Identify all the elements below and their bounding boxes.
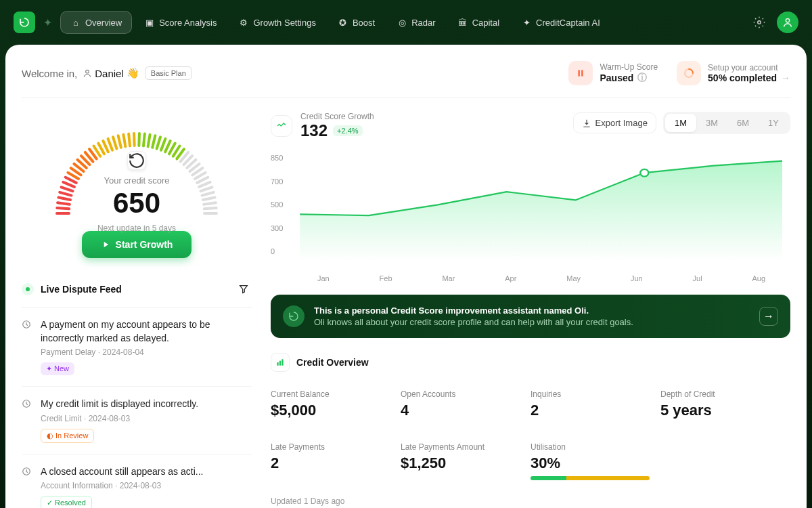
logo[interactable]	[14, 12, 35, 33]
filter-button[interactable]	[235, 281, 252, 297]
ov-label: Depth of Credit	[660, 389, 780, 399]
setup-value: 50% completed	[708, 72, 777, 83]
warm-up-value: Paused	[600, 72, 633, 83]
start-growth-button[interactable]: Start Growth	[82, 231, 192, 258]
nav-label: Radar	[411, 18, 435, 28]
svg-line-33	[152, 135, 155, 148]
nav-score-analysis[interactable]: ▣Score Analysis	[135, 12, 226, 33]
y-tick: 700	[271, 177, 283, 186]
time-tab-6m[interactable]: 6M	[727, 114, 759, 132]
x-tick: Jan	[317, 274, 330, 282]
pause-icon	[568, 61, 593, 85]
y-tick: 0	[271, 247, 283, 255]
x-tick: Aug	[752, 274, 765, 282]
ov-value: $1,250	[401, 454, 520, 472]
svg-point-2	[86, 70, 89, 73]
svg-rect-4	[582, 70, 583, 76]
gauge-update-text: Next update in 5 days	[49, 224, 225, 233]
nav-capital[interactable]: 🏛Capital	[448, 12, 509, 33]
sparkle-icon: ✦	[43, 16, 52, 29]
feed-item[interactable]: A closed account still appears as acti..…	[22, 454, 252, 508]
feed-title: Live Dispute Feed	[41, 284, 122, 295]
main-card: Welcome in, Daniel 👋 Basic Plan Warm-Up …	[5, 45, 807, 508]
nav-overview[interactable]: ⌂Overview	[60, 11, 132, 34]
svg-point-57	[640, 169, 648, 177]
growth-chart: 8507005003000 JanFebMarAprMayJunJulAug	[271, 154, 790, 282]
setup-status[interactable]: Setup your account 50% completed →	[677, 61, 790, 85]
utilisation-bar	[531, 476, 650, 480]
setup-label: Setup your account	[708, 63, 790, 72]
gauge-label: Your credit score	[49, 175, 225, 186]
nav-icon: ◎	[397, 17, 407, 28]
oli-title: This is a personal Credit Score improvem…	[314, 305, 750, 316]
oli-arrow-button[interactable]: →	[759, 307, 778, 326]
progress-icon	[677, 61, 701, 85]
nav-label: Overview	[85, 18, 122, 28]
feed-item-icon	[22, 465, 34, 508]
ov-value: 4	[401, 402, 520, 419]
credit-score-gauge: Your credit score 650 Next update in 5 d…	[22, 112, 252, 272]
oli-banner[interactable]: This is a personal Credit Score improvem…	[271, 295, 790, 338]
feed-item[interactable]: My credit limit is displayed incorrectly…	[22, 387, 252, 454]
oli-avatar-icon	[283, 305, 304, 327]
ov-value: 2	[271, 454, 390, 472]
growth-delta: +2.4%	[333, 125, 363, 136]
overview-item: Open Accounts4	[401, 383, 531, 426]
settings-button[interactable]	[748, 12, 770, 33]
overview-item: Current Balance$5,000	[271, 383, 401, 426]
time-tab-1m[interactable]: 1M	[665, 114, 696, 132]
y-tick: 850	[271, 154, 283, 162]
svg-line-25	[113, 137, 116, 148]
svg-line-36	[165, 141, 171, 152]
nav-creditcaptain-ai[interactable]: ✦CreditCaptain AI	[512, 12, 610, 33]
play-icon	[101, 240, 110, 249]
nav-boost[interactable]: ✪Boost	[328, 12, 384, 33]
x-tick: Jul	[693, 274, 702, 282]
growth-label: Credit Score Growth	[300, 112, 374, 121]
svg-rect-58	[277, 362, 278, 366]
ov-label: Inquiries	[531, 389, 650, 399]
svg-rect-59	[279, 361, 281, 366]
svg-line-26	[118, 135, 121, 148]
info-icon: ⓘ	[637, 72, 647, 84]
svg-line-30	[139, 133, 139, 146]
ov-label: Current Balance	[271, 389, 390, 399]
x-tick: Feb	[380, 274, 392, 282]
export-image-button[interactable]: Export Image	[573, 112, 656, 133]
ov-label: Late Payments Amount	[401, 442, 520, 452]
welcome: Welcome in, Daniel 👋 Basic Plan	[22, 66, 192, 80]
overview-item: Late Payments Amount$1,250	[401, 436, 531, 487]
overview-title: Credit Overview	[296, 357, 369, 368]
svg-line-32	[148, 135, 150, 147]
ov-value: 2	[531, 402, 650, 419]
svg-line-23	[103, 141, 108, 152]
overview-item: Late Payments2	[271, 436, 401, 487]
avatar-button[interactable]	[777, 12, 798, 33]
user-name: Daniel 👋	[83, 67, 139, 79]
growth-icon	[271, 115, 292, 137]
overview-item: Inquiries2	[531, 383, 660, 426]
nav-growth-settings[interactable]: ⚙Growth Settings	[229, 12, 325, 33]
oli-subtitle: Oli knows all about your credit score pr…	[314, 317, 750, 327]
svg-line-31	[143, 134, 145, 146]
ov-label: Utilisation	[531, 442, 650, 452]
chart-bar-icon	[271, 353, 290, 372]
arrow-right-icon: →	[781, 72, 790, 83]
time-tab-1y[interactable]: 1Y	[759, 114, 788, 132]
warm-up-status: Warm-Up Score Paused ⓘ	[568, 61, 658, 85]
x-tick: Apr	[505, 274, 516, 282]
plan-badge: Basic Plan	[145, 66, 192, 80]
nav-label: Score Analysis	[159, 18, 217, 28]
svg-line-27	[123, 135, 125, 147]
nav-icon: ⚙	[238, 17, 249, 28]
header-row: Welcome in, Daniel 👋 Basic Plan Warm-Up …	[22, 61, 790, 98]
nav-label: Growth Settings	[253, 18, 316, 28]
feed-item-status: ◐ In Review	[41, 429, 94, 443]
time-tab-3m[interactable]: 3M	[696, 114, 727, 132]
feed-item[interactable]: A payment on my account appears to be in…	[22, 308, 252, 387]
y-tick: 300	[271, 224, 283, 232]
feed-item-icon	[22, 318, 34, 375]
nav-icon: 🏛	[457, 17, 468, 28]
feed-item-title: My credit limit is displayed incorrectly…	[41, 398, 252, 411]
nav-radar[interactable]: ◎Radar	[387, 12, 445, 33]
